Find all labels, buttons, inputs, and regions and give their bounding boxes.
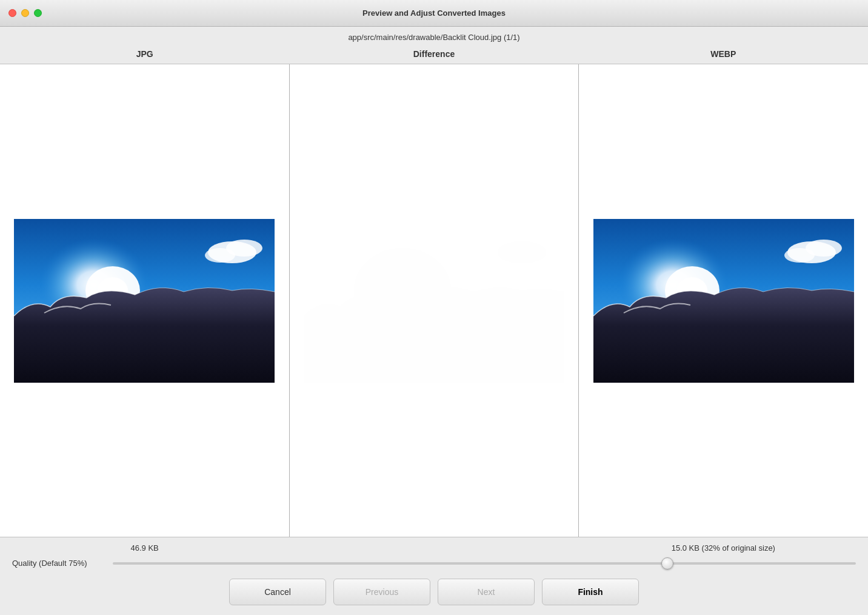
webp-header: WEBP: [579, 45, 868, 64]
difference-panel: [290, 64, 579, 537]
buttons-row: Cancel Previous Next Finish: [0, 573, 868, 615]
column-headers: JPG Difference WEBP: [0, 45, 868, 64]
quality-slider[interactable]: [113, 562, 856, 565]
size-row: 46.9 KB 15.0 KB (32% of original size): [0, 537, 868, 555]
svg-point-6: [205, 248, 235, 263]
window-title: Preview and Adjust Converted Images: [362, 8, 506, 18]
webp-size: 15.0 KB (32% of original size): [579, 543, 868, 553]
finish-button[interactable]: Finish: [542, 579, 639, 605]
jpg-cloud-image: [14, 219, 275, 383]
jpg-header: JPG: [0, 45, 289, 64]
jpg-panel: [0, 64, 289, 537]
window-controls: [8, 9, 42, 17]
main-content: [0, 64, 868, 537]
svg-point-8: [354, 248, 451, 333]
title-bar: Preview and Adjust Converted Images: [0, 0, 868, 27]
minimize-button[interactable]: [21, 9, 29, 17]
next-button[interactable]: Next: [438, 579, 535, 605]
difference-image: [304, 219, 564, 383]
difference-header: Difference: [289, 45, 578, 64]
previous-button[interactable]: Previous: [333, 579, 430, 605]
slider-container: [113, 562, 856, 565]
jpg-image-container: [0, 64, 289, 537]
webp-cloud-image: [593, 219, 854, 383]
webp-image-container: [579, 64, 868, 537]
maximize-button[interactable]: [34, 9, 42, 17]
cancel-button[interactable]: Cancel: [229, 579, 326, 605]
jpg-size: 46.9 KB: [0, 543, 289, 553]
webp-panel: [579, 64, 868, 537]
svg-point-16: [784, 248, 815, 263]
bottom-bar: 46.9 KB 15.0 KB (32% of original size) Q…: [0, 537, 868, 615]
difference-content: [304, 219, 564, 383]
quality-row: Quality (Default 75%): [0, 555, 868, 573]
file-path: app/src/main/res/drawable/Backlit Cloud.…: [0, 27, 868, 45]
svg-point-9: [498, 241, 546, 263]
close-button[interactable]: [8, 9, 16, 17]
quality-label: Quality (Default 75%): [12, 559, 103, 568]
